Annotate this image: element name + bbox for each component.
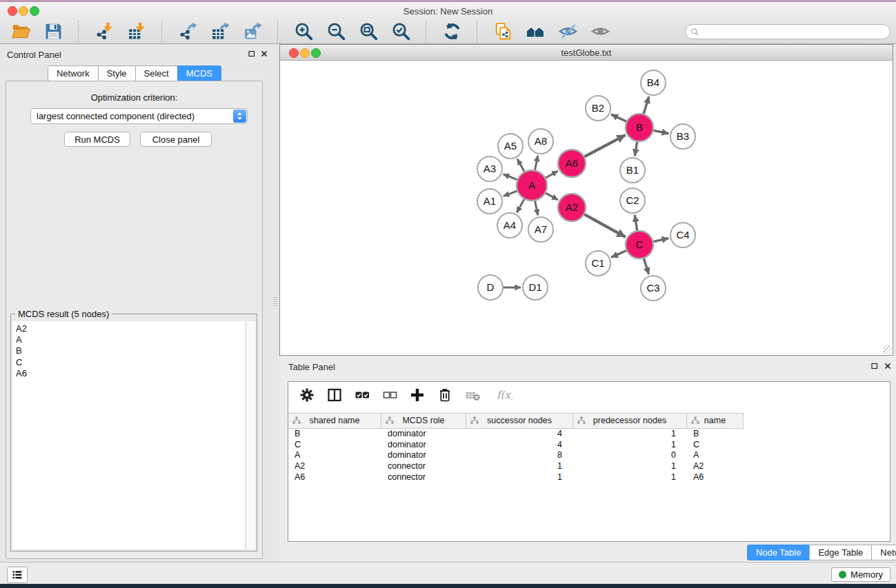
graph-node-D1[interactable]: D1 xyxy=(523,275,548,300)
scrollbar-track[interactable] xyxy=(246,321,255,549)
graph-edge-C-C4[interactable] xyxy=(653,239,669,242)
table-cell[interactable]: A2 xyxy=(687,461,744,472)
graph-node-B3[interactable]: B3 xyxy=(670,124,695,149)
delete-rows-button[interactable] xyxy=(436,387,454,405)
deselect-all-button[interactable] xyxy=(381,387,399,405)
close-panel-button[interactable]: Close panel xyxy=(140,132,212,147)
result-list-item[interactable]: A2 xyxy=(12,323,246,334)
refresh-view-button[interactable] xyxy=(441,21,463,43)
resize-grip-icon[interactable] xyxy=(883,345,892,354)
table-cell[interactable]: dominator xyxy=(381,429,466,440)
import-table-button[interactable] xyxy=(126,21,148,43)
float-panel-icon[interactable] xyxy=(247,49,256,58)
column-header-predecessor-nodes[interactable]: predecessor nodes xyxy=(573,414,687,428)
result-list-item[interactable]: A6 xyxy=(12,368,246,379)
table-cell[interactable]: A xyxy=(288,450,381,461)
graph-node-A7[interactable]: A7 xyxy=(528,217,553,242)
show-columns-button[interactable] xyxy=(326,387,344,405)
graph-node-A3[interactable]: A3 xyxy=(477,156,502,181)
graph-node-D[interactable]: D xyxy=(478,275,503,300)
graph-edge-A-A8[interactable] xyxy=(535,156,538,172)
table-cell[interactable]: 1 xyxy=(466,472,573,483)
table-cell[interactable]: C xyxy=(288,440,381,451)
table-cell[interactable]: 4 xyxy=(466,440,573,451)
network-graph-canvas[interactable]: AA6A2BCA1A3A5A8A4A7B2B4B3B1C2C4C1C3DD1 xyxy=(280,60,892,355)
graph-node-A[interactable]: A xyxy=(517,170,547,201)
network-window-titlebar[interactable]: testGlobe.txt xyxy=(280,45,893,61)
splitter-grip[interactable] xyxy=(273,297,277,307)
add-column-button[interactable] xyxy=(408,387,426,405)
graph-edge-A6-B[interactable] xyxy=(584,135,626,157)
table-cell[interactable]: dominator xyxy=(381,440,466,451)
import-network-button[interactable] xyxy=(93,21,115,43)
result-list-item[interactable]: C xyxy=(12,357,246,368)
tab-network[interactable]: Network xyxy=(48,65,99,81)
graph-node-C[interactable]: C xyxy=(626,231,653,258)
table-cell[interactable]: 1 xyxy=(573,440,687,451)
table-row[interactable]: Bdominator41B xyxy=(288,429,744,440)
tab-style[interactable]: Style xyxy=(98,65,136,81)
table-cell[interactable]: B xyxy=(288,429,381,440)
graph-edge-A-A6[interactable] xyxy=(544,171,557,179)
tab-mcds[interactable]: MCDS xyxy=(177,65,221,81)
graph-edge-B-B4[interactable] xyxy=(644,97,649,115)
table-cell[interactable]: 0 xyxy=(573,450,687,461)
close-panel-icon[interactable] xyxy=(883,361,892,370)
graph-node-B1[interactable]: B1 xyxy=(620,158,645,183)
run-mcds-button[interactable]: Run MCDS xyxy=(64,132,130,147)
table-row[interactable]: Cdominator41C xyxy=(288,440,744,451)
graph-edge-A-A3[interactable] xyxy=(504,174,519,181)
graph-node-A2[interactable]: A2 xyxy=(558,194,586,221)
zoom-in-button[interactable] xyxy=(292,21,315,43)
graph-node-A6[interactable]: A6 xyxy=(558,150,586,177)
table-row[interactable]: A2connector11A2 xyxy=(288,461,744,472)
graph-edge-B-B2[interactable] xyxy=(611,114,628,122)
close-panel-icon[interactable] xyxy=(259,49,268,58)
export-image-button[interactable] xyxy=(241,21,263,43)
graph-node-C1[interactable]: C1 xyxy=(586,251,610,276)
graph-node-C2[interactable]: C2 xyxy=(620,188,645,213)
zoom-fit-button[interactable] xyxy=(357,21,379,43)
export-network-button[interactable] xyxy=(177,21,199,43)
search-input[interactable] xyxy=(700,25,890,39)
gear-button[interactable] xyxy=(298,387,316,405)
table-cell[interactable]: 8 xyxy=(466,450,573,461)
open-file-button[interactable] xyxy=(10,21,32,43)
table-cell[interactable]: A xyxy=(687,450,744,461)
float-panel-icon[interactable] xyxy=(870,361,879,370)
memory-button[interactable]: Memory xyxy=(831,567,890,582)
tab-select[interactable]: Select xyxy=(135,65,178,81)
graph-node-A5[interactable]: A5 xyxy=(498,134,523,159)
criterion-dropdown[interactable]: largest connected component (directed) xyxy=(30,108,248,124)
graph-edge-C-C1[interactable] xyxy=(611,250,628,258)
tab-network-table[interactable]: Network Table xyxy=(871,545,896,560)
graph-edge-C-C3[interactable] xyxy=(644,257,649,274)
table-cell[interactable]: 4 xyxy=(466,429,573,440)
task-history-button[interactable] xyxy=(7,567,28,583)
graph-edge-B-B1[interactable] xyxy=(635,141,637,156)
clone-network-button[interactable] xyxy=(492,21,514,43)
table-cell[interactable]: 1 xyxy=(466,461,573,472)
table-cell[interactable]: A6 xyxy=(288,472,381,483)
table-cell[interactable]: connector xyxy=(381,461,466,472)
graph-edge-B-B3[interactable] xyxy=(653,130,669,134)
select-all-button[interactable] xyxy=(353,387,371,405)
table-cell[interactable]: B xyxy=(687,429,744,440)
zoom-out-button[interactable] xyxy=(325,21,347,43)
column-header-shared-name[interactable]: shared name xyxy=(288,414,381,428)
zoom-selected-button[interactable] xyxy=(390,21,412,43)
table-cell[interactable]: A6 xyxy=(687,472,744,483)
graph-edge-C-C2[interactable] xyxy=(635,215,637,232)
table-cell[interactable]: 1 xyxy=(573,461,687,472)
graph-edge-A-A4[interactable] xyxy=(517,198,525,212)
graph-node-B2[interactable]: B2 xyxy=(586,96,610,121)
graph-node-C3[interactable]: C3 xyxy=(641,276,666,301)
table-cell[interactable]: C xyxy=(687,440,744,451)
search-field[interactable] xyxy=(685,24,890,39)
save-session-button[interactable] xyxy=(42,21,64,43)
table-row[interactable]: A6connector11A6 xyxy=(288,472,744,483)
graph-edge-A2-C[interactable] xyxy=(584,214,626,237)
hide-graphics-details-button[interactable] xyxy=(557,21,579,43)
tab-node-table[interactable]: Node Table xyxy=(747,545,810,560)
column-header-successor-nodes[interactable]: successor nodes xyxy=(466,414,573,428)
